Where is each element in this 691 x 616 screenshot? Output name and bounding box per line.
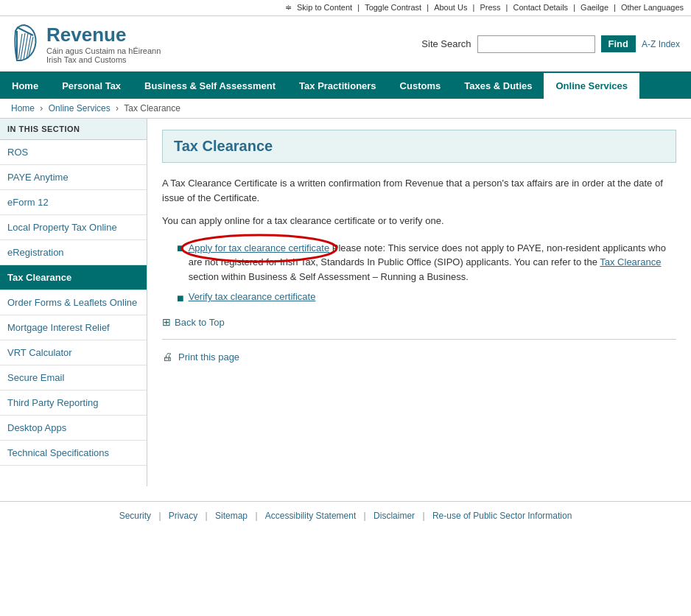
print-section: 🖨 Print this page <box>162 351 676 363</box>
toggle-contrast-link[interactable]: Toggle Contrast <box>365 3 421 12</box>
az-index-link[interactable]: A-Z Index <box>642 39 680 49</box>
sidebar-item-paye-anytime[interactable]: PAYE Anytime <box>0 165 147 190</box>
footer-privacy-link[interactable]: Privacy <box>169 511 197 521</box>
nav-business[interactable]: Business & Self Assessment <box>133 73 287 99</box>
nav-home[interactable]: Home <box>0 73 50 99</box>
nav-tax-practitioners[interactable]: Tax Practitioners <box>287 73 388 99</box>
main-nav: Home Personal Tax Business & Self Assess… <box>0 73 691 99</box>
print-icon: 🖨 <box>162 351 172 363</box>
page-title-box: Tax Clearance <box>162 130 676 163</box>
footer-disclaimer-link[interactable]: Disclaimer <box>373 511 415 521</box>
find-button[interactable]: Find <box>601 35 636 52</box>
apply-tax-clearance-link[interactable]: Apply for tax clearance certificate <box>189 242 329 253</box>
sidebar-item-order-forms[interactable]: Order Forms & Leaflets Online <box>0 290 147 315</box>
back-to-top: ⊞ Back to Top <box>162 316 676 328</box>
footer-reuse-link[interactable]: Re-use of Public Sector Information <box>432 511 572 521</box>
divider <box>162 339 676 340</box>
back-to-top-icon: ⊞ <box>162 316 171 328</box>
content-para1: A Tax Clearance Certificate is a written… <box>162 176 676 205</box>
contact-details-link[interactable]: Contact Details <box>513 3 569 12</box>
link-item-verify: ■ Verify tax clearance certificate <box>177 287 676 309</box>
logo-subtitle-english: Irish Tax and Customs <box>46 55 161 64</box>
footer-accessibility-link[interactable]: Accessibility Statement <box>265 511 356 521</box>
sidebar-item-secure-email[interactable]: Secure Email <box>0 365 147 391</box>
sidebar-item-desktop-apps[interactable]: Desktop Apps <box>0 416 147 441</box>
breadcrumb: Home › Online Services › Tax Clearance <box>0 99 691 118</box>
sidebar-item-eregistration[interactable]: eRegistration <box>0 240 147 265</box>
sidebar: IN THIS SECTION ROS PAYE Anytime eForm 1… <box>0 119 147 486</box>
about-us-link[interactable]: About Us <box>434 3 467 12</box>
top-bar: ≑ Skip to Content | Toggle Contrast | Ab… <box>0 0 691 16</box>
breadcrumb-current: Tax Clearance <box>124 103 180 113</box>
logo-subtitle-irish: Cáin agus Custaim na hÉireann <box>46 46 161 55</box>
sidebar-item-vrt[interactable]: VRT Calculator <box>0 340 147 365</box>
apply-link-content: Apply for tax clearance certificate Plea… <box>189 241 676 284</box>
logo-revenue: Revenue <box>46 24 161 46</box>
breadcrumb-home[interactable]: Home <box>11 103 35 113</box>
search-label: Site Search <box>421 38 471 49</box>
print-page-link[interactable]: Print this page <box>178 351 239 363</box>
footer-sitemap-link[interactable]: Sitemap <box>215 511 248 521</box>
bullet-icon: ■ <box>177 241 184 255</box>
sidebar-header: IN THIS SECTION <box>0 119 147 140</box>
revenue-harp-icon <box>11 24 39 64</box>
footer-security-link[interactable]: Security <box>119 511 151 521</box>
breadcrumb-online-services[interactable]: Online Services <box>49 103 111 113</box>
main-layout: IN THIS SECTION ROS PAYE Anytime eForm 1… <box>0 118 691 486</box>
content-area: Tax Clearance A Tax Clearance Certificat… <box>147 119 691 486</box>
nav-personal-tax[interactable]: Personal Tax <box>50 73 133 99</box>
footer: Security | Privacy | Sitemap | Accessibi… <box>0 501 691 530</box>
search-input[interactable] <box>477 35 595 53</box>
back-to-top-link[interactable]: Back to Top <box>175 317 225 328</box>
sidebar-item-local-property-tax[interactable]: Local Property Tax Online <box>0 215 147 240</box>
sidebar-item-technical[interactable]: Technical Specifications <box>0 441 147 466</box>
verify-tax-clearance-link[interactable]: Verify tax clearance certificate <box>189 291 316 302</box>
sidebar-item-tax-clearance[interactable]: Tax Clearance <box>0 265 147 290</box>
skip-icon: ≑ <box>285 3 292 12</box>
logo-area: Revenue Cáin agus Custaim na hÉireann Ir… <box>11 24 161 64</box>
gaeilge-link[interactable]: Gaeilge <box>580 3 608 12</box>
sidebar-item-third-party[interactable]: Third Party Reporting <box>0 391 147 416</box>
logo-text: Revenue Cáin agus Custaim na hÉireann Ir… <box>46 24 161 64</box>
page-title: Tax Clearance <box>174 138 664 155</box>
link-list: ■ Apply for tax clearance certificate Pl… <box>177 237 676 309</box>
search-area: Site Search Find A-Z Index <box>421 35 680 53</box>
sidebar-item-ros[interactable]: ROS <box>0 140 147 165</box>
header: Revenue Cáin agus Custaim na hÉireann Ir… <box>0 16 691 73</box>
nav-customs[interactable]: Customs <box>388 73 453 99</box>
sidebar-item-eform12[interactable]: eForm 12 <box>0 190 147 215</box>
tax-clearance-section-link[interactable]: Tax Clearance <box>600 256 661 267</box>
apply-link-note2: section within Business & Self Assessmen… <box>189 271 469 282</box>
skip-to-content-link[interactable]: Skip to Content <box>297 3 352 12</box>
nav-online-services[interactable]: Online Services <box>544 73 639 99</box>
content-para2: You can apply online for a tax clearance… <box>162 214 676 228</box>
other-languages-link[interactable]: Other Languages <box>621 3 684 12</box>
nav-taxes-duties[interactable]: Taxes & Duties <box>452 73 544 99</box>
sidebar-item-mortgage[interactable]: Mortgage Interest Relief <box>0 315 147 340</box>
bullet-icon-2: ■ <box>177 291 184 305</box>
press-link[interactable]: Press <box>480 3 500 12</box>
link-item-apply: ■ Apply for tax clearance certificate Pl… <box>177 237 676 288</box>
